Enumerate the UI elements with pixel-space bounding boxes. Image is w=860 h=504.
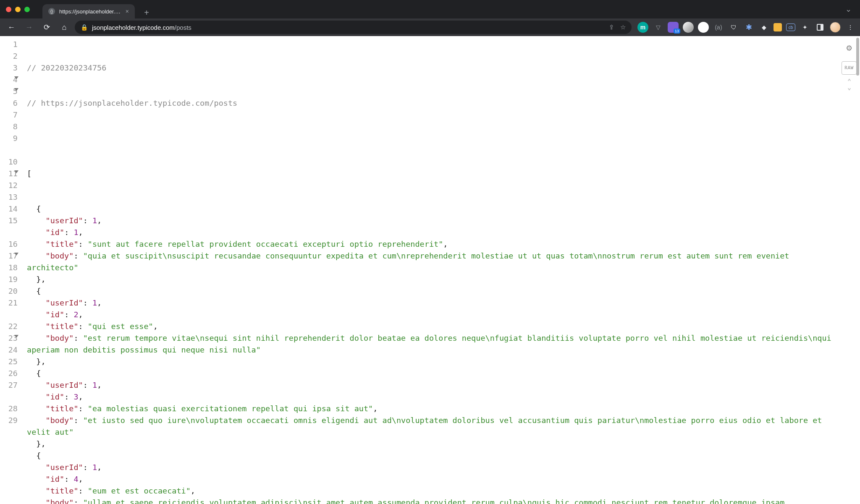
json-line: }, (27, 438, 835, 450)
chevron-down-icon[interactable]: ˅ (847, 88, 852, 97)
line-number: 4 (0, 74, 18, 86)
line-number: 16 (0, 238, 18, 250)
fold-toggle-icon[interactable] (14, 88, 18, 91)
extension-icon[interactable]: ◆ (758, 22, 769, 33)
line-number: 5 (0, 86, 18, 97)
line-number: 29 (0, 415, 18, 426)
browser-toolbar: ← → ⟳ ⌂ 🔒 jsonplaceholder.typicode.com/p… (0, 18, 860, 36)
expand-collapse-buttons[interactable]: ˄ ˅ (842, 81, 857, 96)
bookmark-icon[interactable]: ☆ (620, 24, 626, 31)
line-number: 14 (0, 203, 18, 215)
json-line: { (27, 450, 835, 462)
line-number: 7 (0, 109, 18, 121)
address-bar[interactable]: 🔒 jsonplaceholder.typicode.com/posts ⇪ ☆ (75, 21, 632, 34)
line-number: 25 (0, 356, 18, 368)
extension-icon[interactable]: 13 (668, 22, 679, 33)
json-line: "userId": 1, (27, 379, 835, 391)
json-line: "userId": 1, (27, 297, 835, 309)
extension-badge: 13 (674, 29, 680, 34)
maximize-window-button[interactable] (24, 7, 30, 12)
line-number: 27 (0, 379, 18, 403)
json-line: { (27, 368, 835, 379)
json-line: "body": "ullam et saepe reiciendis volup… (27, 497, 835, 504)
json-line: }, (27, 356, 835, 368)
tab-title: https://jsonplaceholder.typicoc (59, 8, 121, 15)
json-viewer: ⚙ RAW ˄ ˅ 123456789101112131415161718192… (0, 36, 860, 504)
line-number: 6 (0, 97, 18, 109)
minimize-window-button[interactable] (15, 7, 21, 12)
gear-icon[interactable]: ⚙ (842, 40, 857, 55)
line-number: 18 (0, 262, 18, 274)
line-number: 23 (0, 332, 18, 344)
extension-icon[interactable]: ✱ (743, 22, 754, 33)
close-tab-icon[interactable]: × (126, 8, 129, 14)
line-number: 3 (0, 62, 18, 74)
extensions-menu-icon[interactable]: ✦ (800, 22, 810, 33)
extension-icon[interactable]: ▽ (653, 22, 663, 33)
json-line: "body": "est rerum tempore vitae\nsequi … (27, 332, 835, 356)
json-viewer-tools: ⚙ RAW ˄ ˅ (842, 40, 857, 96)
lock-icon: 🔒 (81, 24, 88, 31)
json-line: "title": "eum et est occaecati", (27, 485, 835, 497)
comment-line: // https://jsonplaceholder.typicode.com/… (27, 97, 835, 109)
json-line: "id": 1, (27, 227, 835, 238)
extension-icon[interactable] (698, 22, 709, 33)
json-line: "userId": 1, (27, 462, 835, 473)
line-number: 15 (0, 215, 18, 238)
raw-toggle-button[interactable]: RAW (842, 61, 857, 75)
fold-toggle-icon[interactable] (14, 170, 18, 173)
fold-toggle-icon[interactable] (14, 76, 18, 79)
fold-toggle-icon[interactable] (14, 253, 18, 256)
line-number: 2 (0, 50, 18, 62)
json-line: "userId": 1, (27, 215, 835, 227)
reload-button[interactable]: ⟳ (39, 20, 54, 34)
chevron-up-icon[interactable]: ˄ (847, 79, 852, 88)
comment-line: // 20220320234756 (27, 62, 835, 74)
line-number: 26 (0, 368, 18, 379)
extensions-row: m ▽ 13 (a) 🛡 ✱ ◆ cb ✦ ⋮ (635, 22, 856, 33)
extension-icon[interactable] (773, 23, 782, 31)
line-number: 20 (0, 285, 18, 297)
extension-icon[interactable]: cb (786, 24, 795, 31)
address-bar-actions: ⇪ ☆ (609, 24, 626, 31)
window-titlebar: {} https://jsonplaceholder.typicoc × + ⌄ (0, 0, 860, 18)
side-panel-icon[interactable] (815, 22, 826, 33)
tab-favicon-icon: {} (48, 8, 55, 15)
json-code-area[interactable]: // 20220320234756 // https://jsonplaceho… (22, 36, 860, 504)
browser-tab[interactable]: {} https://jsonplaceholder.typicoc × (42, 4, 135, 18)
json-line: "body": "quia et suscipit\nsuscipit recu… (27, 250, 835, 274)
extension-icon[interactable] (683, 22, 694, 33)
profile-avatar[interactable] (830, 22, 841, 33)
window-controls (6, 7, 30, 12)
url-text: jsonplaceholder.typicode.com/posts (92, 24, 191, 31)
back-button[interactable]: ← (4, 20, 18, 34)
extension-icon[interactable]: m (637, 22, 648, 33)
json-line: "id": 3, (27, 391, 835, 403)
line-number: 21 (0, 297, 18, 321)
json-line: [ (27, 168, 835, 180)
home-button[interactable]: ⌂ (57, 20, 71, 34)
share-icon[interactable]: ⇪ (609, 24, 614, 31)
extension-icon[interactable]: (a) (713, 22, 724, 33)
fold-toggle-icon[interactable] (14, 335, 18, 338)
new-tab-button[interactable]: + (141, 7, 152, 18)
line-number: 28 (0, 403, 18, 415)
kebab-menu-icon[interactable]: ⋮ (845, 22, 856, 33)
line-number: 17 (0, 250, 18, 262)
line-number: 24 (0, 344, 18, 356)
json-line: "body": "et iusto sed quo iure\nvoluptat… (27, 415, 835, 438)
extension-icon[interactable]: 🛡 (728, 22, 739, 33)
json-line: "id": 2, (27, 309, 835, 321)
json-line: "id": 4, (27, 473, 835, 485)
forward-button[interactable]: → (22, 20, 36, 34)
line-number: 22 (0, 321, 18, 332)
line-number: 9 (0, 133, 18, 156)
line-number: 12 (0, 180, 18, 191)
line-number: 13 (0, 191, 18, 203)
scrollbar-thumb[interactable] (856, 38, 859, 76)
close-window-button[interactable] (6, 7, 11, 12)
line-number: 11 (0, 168, 18, 180)
blank-line (27, 133, 835, 144)
tab-overflow-button[interactable]: ⌄ (842, 3, 854, 15)
json-line: }, (27, 274, 835, 285)
